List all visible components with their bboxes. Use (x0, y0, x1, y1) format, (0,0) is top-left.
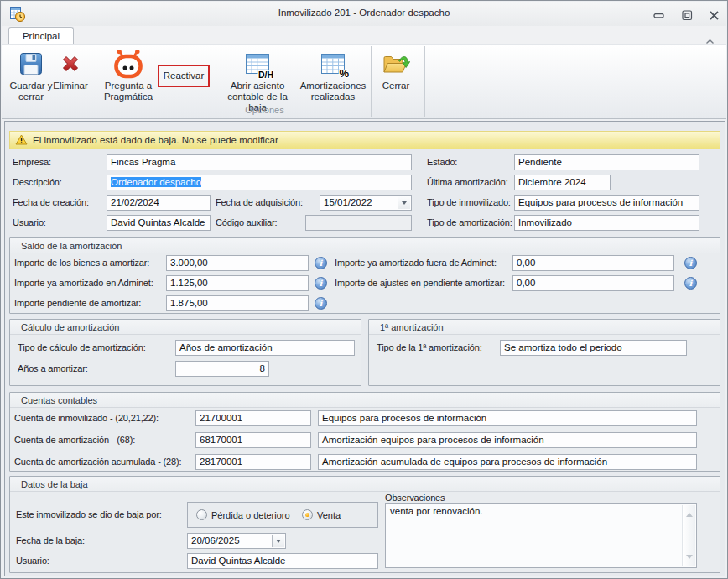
scroll-up-icon[interactable] (686, 509, 693, 517)
maximize-button[interactable] (679, 8, 694, 23)
info-icon[interactable]: i (684, 257, 697, 269)
tipo-primera-field[interactable]: Se amortiza todo el periodo (500, 340, 687, 356)
cuenta-amortizacion-label: Cuenta de amortización - (68): (14, 432, 135, 448)
ask-pragmatica-button[interactable]: Pregunta a Pragmática (99, 48, 158, 102)
radio-venta[interactable]: Venta (302, 509, 341, 520)
toolbar-separator (424, 46, 425, 117)
fecha-baja-field[interactable]: 20/06/2025 (187, 533, 286, 549)
cuenta-inmovilizado-code-field[interactable]: 21700001 (195, 410, 311, 426)
radio-unchecked-icon (196, 509, 207, 520)
tipo-primera-label: Tipo de la 1ª amortización: (377, 340, 482, 356)
warning-icon (15, 134, 28, 147)
tipo-inmovilizado-label: Tipo de inmovilizado: (427, 195, 511, 211)
tab-principal[interactable]: Principal (8, 27, 74, 45)
fecha-baja-dropdown[interactable] (272, 535, 284, 547)
fecha-creacion-field[interactable]: 21/02/2024 (107, 195, 211, 211)
codigo-auxiliar-field[interactable] (305, 215, 412, 231)
cuenta-acumulada-code-field[interactable]: 28170001 (195, 454, 311, 470)
usuario-field[interactable]: David Quintas Alcalde (107, 215, 211, 231)
importe-fuera-field[interactable]: 0,00 (512, 255, 674, 271)
descripcion-field[interactable]: Ordenador despacho (107, 175, 412, 190)
open-entry-button[interactable]: D/H Abrir asiento contable de la baja (217, 48, 298, 113)
toolbar-group-label: Opciones (159, 105, 371, 115)
importe-amortizado-label: Importe ya amortizado en Adminet: (14, 275, 153, 291)
radio-checked-icon (302, 509, 313, 520)
usuario-label: Usuario: (13, 215, 46, 231)
info-icon[interactable]: i (315, 277, 327, 290)
baja-motivo-radio-group: Pérdida o deterioro Venta (187, 502, 378, 528)
save-icon (18, 48, 44, 80)
radio-perdida[interactable]: Pérdida o deterioro (196, 509, 290, 520)
cuenta-amortizacion-code-field[interactable]: 68170001 (195, 432, 311, 448)
importe-amortizado-field[interactable]: 1.125,00 (166, 275, 309, 291)
fecha-adquisicion-dropdown[interactable] (398, 196, 410, 209)
close-button[interactable] (706, 8, 721, 23)
fecha-adquisicion-value: 15/01/2022 (324, 197, 372, 207)
warning-text: El inmovilizado está dado de baja. No se… (33, 135, 278, 145)
tipo-calculo-label: Tipo de cálculo de amortización: (18, 340, 146, 356)
tipo-amortizacion-field[interactable]: Inmovilizado (514, 215, 699, 231)
cuentas-group-title: Cuentas contables (10, 393, 720, 408)
importe-ajustes-field[interactable]: 0,00 (512, 275, 674, 291)
ultima-amortizacion-label: Última amortización: (427, 175, 508, 190)
fecha-baja-value: 20/06/2025 (191, 535, 240, 545)
robot-icon (112, 48, 144, 80)
calculo-group-title: Cálculo de amortización (10, 320, 361, 335)
baja-motivo-label: Este inmovilizado se dio de baja por: (16, 507, 162, 523)
tipo-calculo-field[interactable]: Años de amortización (175, 340, 355, 356)
primera-group-title: 1ª amortización (369, 320, 720, 335)
importe-pendiente-field[interactable]: 1.875,00 (166, 295, 309, 311)
estado-label: Estado: (427, 154, 457, 170)
percent-overlay: % (339, 67, 349, 80)
minimize-button[interactable] (652, 8, 667, 23)
usuario-baja-label: Usuario: (16, 553, 49, 569)
importe-ajustes-label: Importe de ajustes en pendiente amortiza… (335, 275, 505, 291)
anos-amortizar-field[interactable]: 8 (175, 361, 269, 377)
cuenta-amortizacion-desc-field[interactable]: Amortización equipos para procesos de in… (318, 432, 697, 448)
observaciones-textarea[interactable]: venta por renovación. (385, 503, 697, 568)
percent-grid-icon: % (320, 48, 346, 80)
chevron-down-icon (402, 201, 407, 207)
usuario-baja-field[interactable]: David Quintas Alcalde (187, 553, 378, 569)
fecha-baja-label: Fecha de la baja: (16, 533, 85, 549)
descripcion-label: Descripción: (13, 175, 62, 190)
empresa-label: Empresa: (13, 154, 51, 170)
importe-pendiente-label: Importe pendiente de amortizar: (14, 295, 141, 311)
importe-bienes-field[interactable]: 3.000,00 (166, 255, 309, 271)
reactivar-button[interactable]: Reactivar (158, 65, 210, 87)
importe-fuera-label: Importe ya amortizado fuera de Adminet: (335, 255, 497, 271)
window-title: Inmovilizado 201 - Ordenador despacho (2, 8, 726, 18)
info-icon[interactable]: i (684, 277, 697, 290)
ultima-amortizacion-field[interactable]: Diciembre 2024 (514, 175, 611, 190)
delete-icon (59, 48, 82, 80)
delete-button[interactable]: Eliminar (49, 48, 92, 91)
amortizations-done-button[interactable]: % Amortizaciones realizadas (294, 48, 372, 102)
fecha-adquisicion-field[interactable]: 15/01/2022 (320, 195, 412, 211)
info-icon[interactable]: i (315, 257, 327, 269)
cuenta-inmovilizado-label: Cuenta de inmovilizado - (20,21,22): (14, 410, 159, 426)
scroll-down-icon[interactable] (686, 555, 693, 562)
estado-field[interactable]: Pendiente (514, 154, 699, 170)
info-icon[interactable]: i (315, 297, 327, 310)
ribbon-tab-row: Principal (2, 26, 726, 44)
tipo-amortizacion-label: Tipo de amortización: (427, 215, 512, 231)
window-frame: Inmovilizado 201 - Ordenador despacho Pr… (0, 0, 728, 579)
empresa-field[interactable]: Fincas Pragma (107, 154, 412, 170)
fecha-creacion-label: Fecha de creación: (13, 195, 89, 211)
cuenta-inmovilizado-desc-field[interactable]: Equipos para procesos de información (318, 410, 697, 426)
tipo-inmovilizado-field[interactable]: Equipos para procesos de información (514, 195, 699, 211)
cuenta-acumulada-desc-field[interactable]: Amortización acumulada de equipos para p… (318, 454, 697, 470)
title-bar: Inmovilizado 201 - Ordenador despacho (2, 2, 726, 26)
scrollbar[interactable] (682, 505, 695, 566)
chevron-down-icon (276, 540, 281, 545)
anos-amortizar-label: Años a amortizar: (18, 361, 88, 377)
selected-text: Ordenador despacho (111, 177, 201, 187)
warning-banner: El inmovilizado está dado de baja. No se… (9, 131, 720, 149)
radio-perdida-label: Pérdida o deterioro (211, 510, 290, 520)
close-form-button[interactable]: Cerrar (372, 48, 420, 91)
importe-bienes-label: Importe de los bienes a amortizar: (14, 255, 149, 271)
radio-venta-label: Venta (317, 510, 341, 520)
dh-overlay: D/H (258, 70, 273, 80)
codigo-auxiliar-label: Código auxiliar: (216, 215, 277, 231)
saldo-group-title: Saldo de la amortización (10, 238, 720, 253)
